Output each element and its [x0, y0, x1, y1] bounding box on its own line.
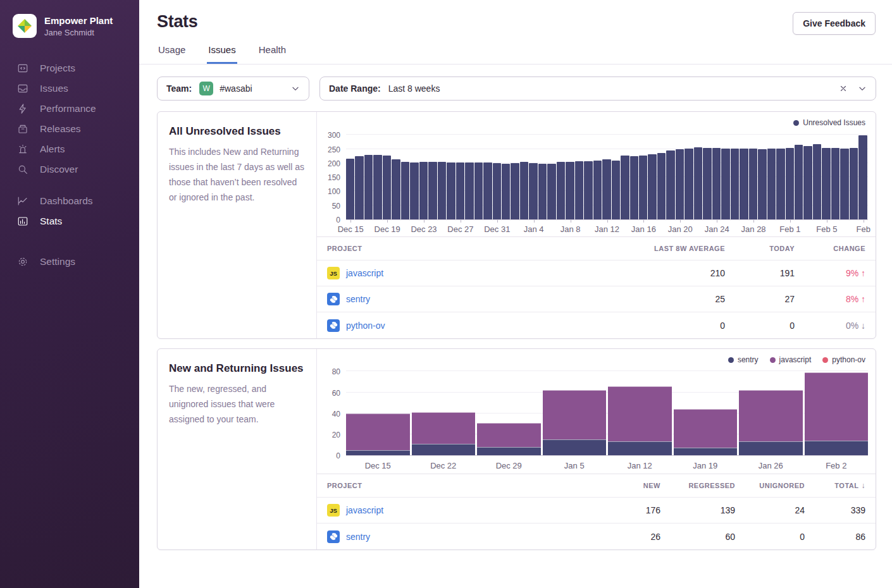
sidebar-item-discover[interactable]: Discover — [0, 159, 139, 180]
sidebar-item-label: Dashboards — [40, 195, 93, 207]
javascript-segment — [543, 390, 607, 439]
y-tick-label: 80 — [332, 367, 340, 376]
unresolved-bar — [657, 153, 666, 220]
x-axis: Dec 15Dec 22Dec 29Jan 5Jan 12Jan 19Jan 2… — [346, 456, 868, 474]
main-area: Stats Give Feedback UsageIssuesHealth Te… — [139, 0, 892, 550]
x-tick-label: Dec 27 — [447, 224, 473, 234]
column-header-total[interactable]: TOTAL↓ — [805, 481, 865, 490]
x-tick-label: Jan 4 — [524, 224, 544, 234]
sentry-segment — [674, 448, 738, 455]
sidebar-item-stats[interactable]: Stats — [0, 211, 139, 231]
tab-bar: UsageIssuesHealth — [139, 44, 892, 64]
unresolved-bar — [740, 149, 748, 219]
value-cell: 8% ↑ — [795, 294, 865, 304]
unresolved-bar — [831, 148, 839, 219]
project-link[interactable]: javascript — [346, 505, 383, 515]
new-returning-issues-panel: New and Returning Issues The new, regres… — [157, 348, 876, 550]
column-header-today[interactable]: TODAY — [725, 245, 795, 252]
column-header-project[interactable]: PROJECT — [327, 245, 611, 252]
dashboards-icon — [17, 195, 28, 207]
y-tick-label: 250 — [328, 145, 340, 154]
unresolved-bar — [712, 148, 721, 219]
unresolved-bar — [621, 156, 629, 219]
unresolved-bar — [758, 149, 766, 219]
org-name: Empower Plant — [44, 15, 113, 26]
give-feedback-button[interactable]: Give Feedback — [793, 12, 876, 35]
legend-item-sentry: sentry — [728, 355, 759, 364]
sidebar-item-alerts[interactable]: Alerts — [0, 139, 139, 159]
tab-health[interactable]: Health — [257, 44, 287, 64]
unresolved-bar — [648, 154, 656, 219]
unresolved-bar — [721, 149, 729, 219]
column-header-change[interactable]: CHANGE — [795, 245, 865, 252]
column-header-unignored[interactable]: UNIGNORED — [735, 482, 805, 489]
sidebar-item-label: Projects — [40, 63, 75, 74]
x-tick-label: Dec 29 — [477, 456, 541, 474]
x-tick-label: Dec 19 — [375, 224, 400, 234]
unresolved-bar — [447, 162, 455, 219]
unresolved-bar — [419, 162, 428, 219]
x-tick-label: Feb 1 — [779, 224, 800, 234]
sentry-segment — [412, 444, 476, 455]
column-header-project[interactable]: PROJECT — [327, 482, 566, 489]
sidebar: Empower Plant Jane Schmidt ProjectsIssue… — [0, 0, 139, 588]
unresolved-bar — [676, 149, 684, 219]
page-title: Stats — [157, 12, 198, 32]
unresolved-bar — [438, 162, 446, 219]
sidebar-nav: ProjectsIssuesPerformanceReleasesAlertsD… — [0, 49, 139, 272]
value-cell: 24 — [735, 505, 805, 515]
javascript-segment — [674, 409, 738, 448]
value-cell: 0 — [725, 321, 795, 331]
org-header[interactable]: Empower Plant Jane Schmidt — [0, 0, 139, 49]
chevron-down-icon[interactable] — [858, 84, 867, 93]
issues-icon — [17, 83, 28, 94]
date-range-filter[interactable]: Date Range: Last 8 weeks — [319, 77, 876, 101]
sidebar-item-issues[interactable]: Issues — [0, 78, 139, 99]
project-link[interactable]: python-ov — [346, 321, 385, 331]
tab-usage[interactable]: Usage — [157, 44, 187, 64]
y-tick-label: 300 — [328, 131, 340, 140]
sidebar-item-label: Alerts — [40, 144, 65, 155]
clear-icon[interactable] — [839, 84, 848, 93]
chevron-down-icon[interactable] — [291, 84, 300, 93]
sidebar-item-releases[interactable]: Releases — [0, 119, 139, 139]
javascript-segment — [805, 372, 869, 441]
team-filter-value: #wasabi — [220, 83, 252, 94]
value-cell: 191 — [725, 268, 795, 278]
x-axis: Dec 15Dec 19Dec 23Dec 27Dec 31Jan 4Jan 8… — [346, 220, 868, 236]
unresolved-bar — [840, 149, 848, 219]
project-link[interactable]: javascript — [346, 268, 383, 278]
javascript-segment — [412, 412, 476, 444]
column-header-new[interactable]: NEW — [566, 482, 660, 489]
chart-legend: Unresolved Issues — [325, 117, 868, 133]
value-cell: 0 — [611, 321, 725, 331]
unresolved-bar — [346, 159, 354, 219]
column-header-regressed[interactable]: REGRESSED — [660, 482, 735, 489]
stats-icon — [17, 216, 28, 227]
legend-item-unresolved-issues: Unresolved Issues — [793, 118, 865, 127]
sidebar-item-projects[interactable]: Projects — [0, 58, 139, 78]
sidebar-item-settings[interactable]: Settings — [0, 252, 139, 272]
sidebar-item-dashboards[interactable]: Dashboards — [0, 191, 139, 211]
unresolved-bar — [822, 148, 830, 219]
unresolved-bar — [786, 148, 794, 219]
unresolved-bar — [850, 148, 858, 219]
project-link[interactable]: sentry — [346, 532, 370, 542]
y-tick-label: 150 — [328, 173, 340, 182]
x-tick-label: Jan 24 — [705, 224, 729, 234]
table-row: python-ov000% ↓ — [317, 312, 876, 338]
tab-issues[interactable]: Issues — [207, 44, 237, 64]
column-header-last-8w-average[interactable]: LAST 8W AVERAGE — [611, 245, 725, 252]
unresolved-bar — [694, 147, 702, 219]
x-tick-label: Jan 16 — [631, 224, 656, 234]
python-project-icon — [327, 530, 340, 543]
team-filter[interactable]: Team: W #wasabi — [157, 77, 309, 101]
unresolved-bar — [557, 162, 565, 219]
sidebar-item-performance[interactable]: Performance — [0, 99, 139, 119]
unresolved-bar — [602, 159, 610, 219]
legend-label: python-ov — [832, 355, 865, 364]
unresolved-bar — [483, 162, 492, 219]
alerts-icon — [17, 144, 28, 155]
project-link[interactable]: sentry — [346, 294, 370, 304]
javascript-project-icon: JS — [327, 267, 340, 279]
